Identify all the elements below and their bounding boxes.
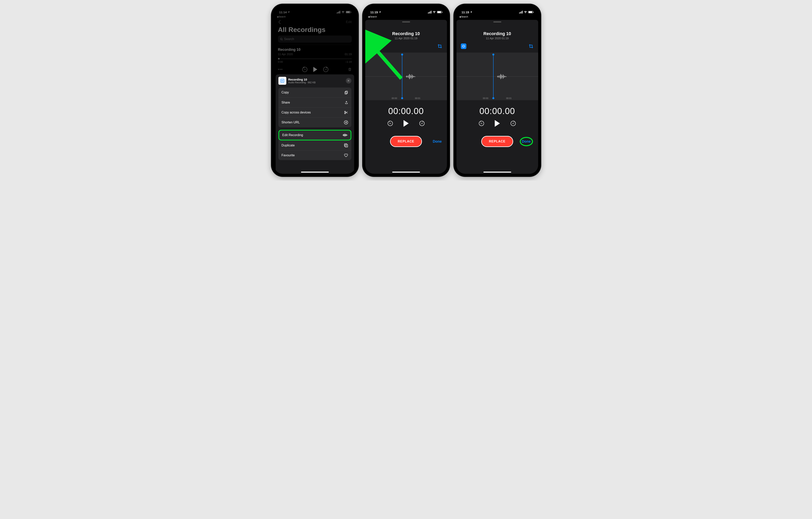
skip-back-icon[interactable]: 15 — [388, 121, 393, 126]
done-button[interactable]: Done — [433, 139, 442, 144]
wifi-icon — [433, 11, 436, 13]
skip-back-icon[interactable]: 15 — [302, 67, 307, 72]
replace-button[interactable]: REPLACE — [390, 136, 422, 147]
enhance-icon[interactable] — [370, 44, 375, 49]
time-display: 00:00.00 — [365, 106, 447, 116]
play-icon[interactable] — [404, 120, 409, 127]
playhead[interactable] — [402, 55, 402, 98]
heart-icon — [344, 153, 348, 157]
home-indicator[interactable] — [484, 172, 511, 172]
home-indicator[interactable] — [392, 172, 420, 172]
waveform-icon — [343, 133, 347, 137]
back-chevron-icon[interactable] — [278, 20, 281, 24]
search-input[interactable]: Search — [278, 35, 352, 43]
duplicate-icon — [344, 143, 348, 147]
wave-time-a: 00:00 — [483, 97, 488, 100]
recording-title: Recording 10 — [278, 48, 352, 52]
edit-sheet: Recording 10 11 Apr 2020 01:19 — [365, 20, 447, 174]
grab-handle[interactable] — [402, 21, 410, 22]
signal-icon — [337, 11, 340, 13]
share-sheet: Recording 10 Audio Recording · 662 KB ✕ … — [276, 74, 354, 174]
recording-date: 11 Apr 2020 — [278, 53, 293, 56]
play-icon[interactable] — [313, 67, 317, 72]
location-icon — [470, 11, 472, 13]
play-icon[interactable] — [495, 120, 500, 127]
signal-icon — [428, 11, 432, 13]
skip-forward-icon[interactable]: 15 — [323, 67, 328, 72]
search-placeholder: Search — [284, 37, 294, 41]
scrubber[interactable] — [278, 58, 352, 59]
wifi-icon — [524, 11, 527, 13]
action-share[interactable]: Share — [279, 98, 351, 108]
status-time: 11:15 — [462, 10, 469, 14]
grab-handle[interactable] — [493, 21, 501, 22]
sheet-title: Recording 10 — [288, 78, 316, 81]
scrub-end: –1:19 — [345, 60, 352, 63]
enhance-icon[interactable] — [461, 44, 466, 49]
phone-frame-2: 11:15 ◀Search Recording 10 11 Apr 2020 0… — [362, 4, 450, 176]
battery-icon — [437, 11, 442, 13]
close-icon[interactable]: ✕ — [346, 78, 351, 84]
skip-forward-icon[interactable]: 15 — [511, 121, 516, 126]
svg-point-6 — [344, 120, 348, 124]
action-favourite[interactable]: Favourite — [279, 151, 351, 160]
sheet-thumbnail-icon — [279, 77, 286, 85]
location-icon — [288, 11, 290, 13]
copy-icon — [344, 90, 348, 94]
search-icon — [280, 38, 283, 41]
location-icon — [379, 11, 381, 13]
compass-icon — [344, 120, 348, 125]
status-time: 11:14 — [279, 10, 287, 14]
recording-subtitle: 11 Apr 2020 01:19 — [457, 37, 538, 40]
phone-frame-1: 11:14 ◀Search — [271, 4, 358, 176]
recording-title: Recording 10 — [365, 31, 447, 36]
battery-icon — [528, 11, 533, 13]
phone-frame-3: 11:15 ◀Search Recording 10 11 Apr 2020 0… — [454, 4, 541, 176]
recording-subtitle: 11 Apr 2020 01:19 — [365, 37, 447, 40]
edit-button[interactable]: Edit — [346, 20, 352, 24]
edit-sheet: Recording 10 11 Apr 2020 01:19 — [457, 20, 538, 174]
scissors-icon — [344, 110, 348, 114]
back-to-search[interactable]: ◀Search — [365, 16, 447, 19]
share-icon — [345, 100, 348, 105]
svg-point-4 — [344, 111, 345, 112]
time-display: 00:00.00 — [457, 106, 538, 116]
playhead[interactable] — [493, 55, 494, 98]
svg-point-0 — [280, 38, 282, 40]
scrub-start: 0:00 — [278, 60, 283, 63]
skip-back-icon[interactable]: 15 — [479, 121, 484, 126]
action-duplicate[interactable]: Duplicate — [279, 140, 351, 151]
wave-time-a: 00:00 — [392, 97, 397, 100]
trim-icon[interactable] — [437, 44, 442, 49]
trash-icon[interactable] — [348, 67, 352, 72]
status-time: 11:15 — [370, 10, 378, 14]
wave-time-b: 00:01 — [506, 97, 512, 100]
action-copy[interactable]: Copy — [279, 87, 351, 98]
recording-length: 01:19 — [345, 53, 352, 56]
back-to-search[interactable]: ◀Search — [274, 16, 356, 19]
svg-rect-3 — [345, 92, 347, 94]
more-icon[interactable]: ••• — [278, 67, 283, 72]
trim-icon[interactable] — [528, 44, 534, 49]
replace-button[interactable]: REPLACE — [481, 136, 513, 147]
action-edit-recording[interactable]: Edit Recording — [279, 130, 351, 140]
page-title: All Recordings — [274, 26, 356, 35]
signal-icon — [519, 11, 523, 13]
svg-point-5 — [344, 113, 345, 114]
recording-row[interactable]: Recording 10 11 Apr 2020 01:19 0:00 –1:1… — [274, 45, 356, 63]
battery-icon — [346, 11, 351, 13]
recording-title: Recording 10 — [457, 31, 538, 36]
waveform-area[interactable]: 00:00 00:01 — [365, 53, 447, 100]
wave-time-b: 00:01 — [415, 97, 420, 100]
action-shorten-url[interactable]: Shorten URL — [279, 117, 351, 127]
svg-rect-2 — [345, 91, 347, 93]
sheet-subtitle: Audio Recording · 662 KB — [288, 81, 316, 84]
home-indicator[interactable] — [301, 172, 329, 172]
wifi-icon — [342, 11, 345, 13]
back-to-search[interactable]: ◀Search — [457, 16, 538, 19]
action-copy-across[interactable]: Copy across devices — [279, 108, 351, 117]
waveform-area[interactable]: 00:00 00:01 — [457, 53, 538, 100]
done-button[interactable]: Done — [520, 137, 533, 146]
skip-forward-icon[interactable]: 15 — [419, 121, 425, 126]
